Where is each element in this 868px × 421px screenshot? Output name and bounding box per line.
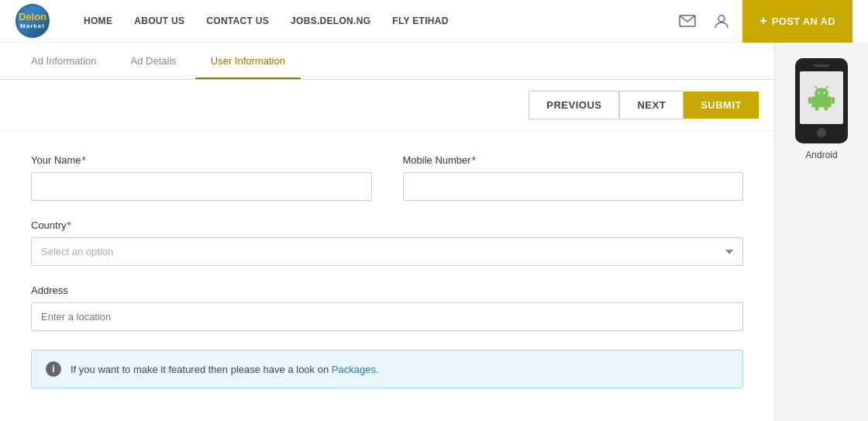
android-phone [795, 58, 848, 143]
country-row: Country* Select an option Nigeria Ghana … [31, 219, 743, 266]
next-button-top[interactable]: NEXT [619, 91, 684, 119]
phone-screen [800, 71, 843, 124]
address-row: Address [31, 285, 743, 331]
your-name-input[interactable] [31, 172, 372, 201]
address-label: Address [31, 285, 743, 296]
previous-button-top[interactable]: PREVIOUS [529, 91, 619, 119]
svg-rect-10 [815, 107, 819, 111]
form-container: Ad Information Ad Details User Informati… [0, 43, 775, 421]
nav-icons [674, 8, 735, 34]
tab-ad-details[interactable]: Ad Details [115, 43, 192, 79]
post-ad-label: POST AN AD [772, 16, 835, 27]
info-box: i If you want to make it featured then p… [31, 350, 743, 388]
tab-ad-information[interactable]: Ad Information [16, 43, 112, 79]
svg-rect-9 [832, 97, 835, 104]
mail-icon[interactable] [674, 8, 701, 34]
svg-line-6 [815, 87, 818, 89]
logo[interactable]: Delon Market [16, 4, 50, 38]
svg-rect-8 [808, 97, 812, 104]
svg-line-7 [825, 87, 828, 89]
tabs: Ad Information Ad Details User Informati… [0, 43, 774, 80]
android-label: Android [805, 150, 837, 160]
svg-rect-11 [825, 107, 828, 111]
plus-icon: + [760, 14, 767, 28]
your-name-label: Your Name* [31, 154, 372, 166]
name-mobile-row: Your Name* Mobile Number* [31, 154, 743, 201]
nav-about[interactable]: ABOUT US [123, 0, 195, 43]
svg-point-4 [818, 92, 819, 94]
post-ad-button[interactable]: + POST AN AD [742, 0, 852, 43]
sidebar: Android [775, 43, 868, 421]
nav-contact[interactable]: CONTACT US [195, 0, 280, 43]
country-label: Country* [31, 219, 743, 231]
nav-fly[interactable]: FLY ETIHAD [381, 0, 459, 43]
submit-button-top[interactable]: SUBMIT [684, 91, 759, 119]
svg-point-5 [823, 92, 825, 94]
svg-point-3 [815, 88, 828, 98]
address-input[interactable] [31, 302, 743, 331]
your-name-group: Your Name* [31, 154, 372, 201]
user-icon[interactable] [708, 8, 735, 34]
tab-user-information[interactable]: User Information [195, 43, 301, 79]
android-logo-icon [808, 84, 835, 112]
info-text: If you want to make it featured then ple… [71, 364, 379, 375]
nav-home[interactable]: HOME [73, 0, 123, 43]
form-body: Your Name* Mobile Number* Country* [0, 131, 774, 412]
country-group: Country* Select an option Nigeria Ghana … [31, 219, 743, 266]
navbar: Delon Market HOME ABOUT US CONTACT US JO… [0, 0, 868, 43]
mobile-number-input[interactable] [403, 172, 744, 201]
country-select[interactable]: Select an option Nigeria Ghana Kenya Sou… [31, 237, 743, 266]
svg-point-1 [718, 16, 725, 22]
nav-links: HOME ABOUT US CONTACT US JOBS.DELON.NG F… [73, 0, 674, 43]
packages-link[interactable]: Packages. [332, 364, 379, 375]
phone-speaker [814, 64, 829, 67]
address-group: Address [31, 285, 743, 331]
phone-home-button [817, 128, 826, 137]
mobile-number-label: Mobile Number* [403, 154, 744, 166]
top-button-row: PREVIOUS NEXT SUBMIT [0, 80, 774, 131]
mobile-number-group: Mobile Number* [403, 154, 744, 201]
main-content: Ad Information Ad Details User Informati… [0, 43, 868, 421]
info-icon: i [46, 361, 61, 377]
nav-jobs[interactable]: JOBS.DELON.NG [280, 0, 381, 43]
